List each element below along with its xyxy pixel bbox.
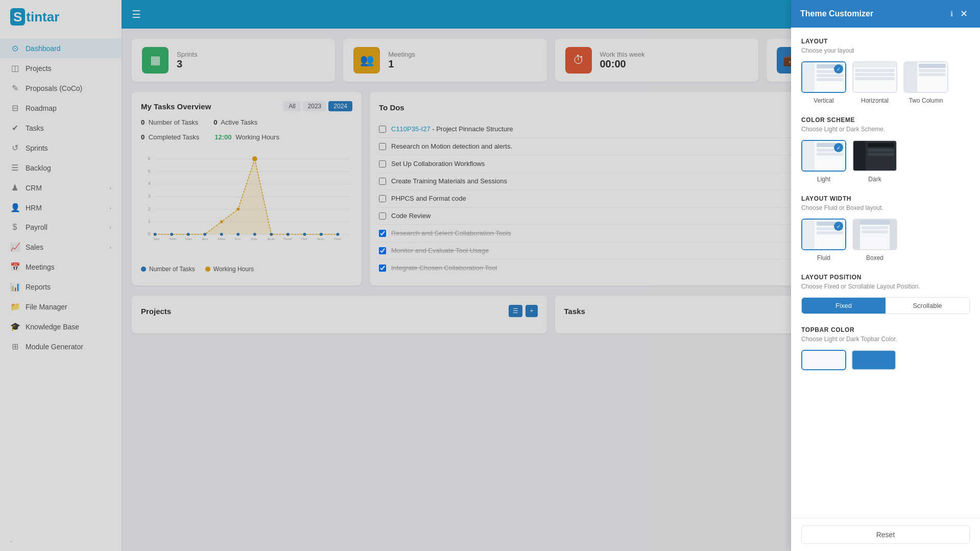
- layout-width-title: LAYOUT WIDTH: [801, 195, 970, 202]
- selected-check-vertical: ✓: [834, 64, 843, 74]
- info-icon[interactable]: ℹ: [950, 10, 953, 18]
- width-label-boxed: Boxed: [866, 254, 883, 261]
- theme-customizer-panel: Theme Customizer ℹ ✕ LAYOUT Choose your …: [791, 0, 980, 551]
- layout-preview-horizontal: [852, 61, 897, 93]
- theme-content: LAYOUT Choose your layout: [791, 28, 980, 518]
- layout-option-vertical[interactable]: ✓ Vertical: [801, 61, 846, 104]
- topbar-color-options: [801, 350, 970, 370]
- layout-section: LAYOUT Choose your layout: [801, 38, 970, 104]
- width-preview-boxed: [852, 219, 897, 250]
- layout-width-subtitle: Choose Fluid or Boxed layout.: [801, 204, 970, 211]
- position-scrollable-btn[interactable]: Scrollable: [886, 298, 969, 314]
- theme-title: Theme Customizer: [800, 9, 946, 18]
- layout-width-section: LAYOUT WIDTH Choose Fluid or Boxed layou…: [801, 195, 970, 261]
- topbar-dark-swatch[interactable]: [851, 350, 896, 370]
- layout-preview-vertical: ✓: [801, 61, 846, 93]
- width-preview-fluid: ✓: [801, 219, 846, 250]
- theme-footer: Reset: [791, 518, 980, 551]
- layout-preview-two-column: [903, 61, 948, 93]
- selected-check-fluid: ✓: [834, 222, 843, 231]
- layout-title: LAYOUT: [801, 38, 970, 45]
- color-scheme-subtitle: Choose Light or Dark Scheme.: [801, 126, 970, 133]
- color-scheme-title: COLOR SCHEME: [801, 116, 970, 124]
- color-label-dark: Dark: [868, 176, 881, 183]
- color-preview-dark: [852, 140, 897, 172]
- theme-header: Theme Customizer ℹ ✕: [791, 0, 980, 28]
- layout-option-horizontal[interactable]: Horizontal: [852, 61, 897, 104]
- layout-position-title: LAYOUT POSITION: [801, 274, 970, 281]
- selected-check-light: ✓: [834, 143, 843, 152]
- color-scheme-dark[interactable]: Dark: [852, 140, 897, 183]
- layout-width-boxed[interactable]: Boxed: [852, 219, 897, 261]
- close-icon[interactable]: ✕: [957, 7, 971, 20]
- color-scheme-light[interactable]: ✓ Light: [801, 140, 846, 183]
- position-fixed-btn[interactable]: Fixed: [802, 298, 886, 314]
- layout-label-two-column: Two Column: [909, 97, 943, 104]
- layout-position-section: LAYOUT POSITION Choose Fixed or Scrollab…: [801, 274, 970, 314]
- topbar-light-swatch[interactable]: [801, 350, 846, 370]
- layout-position-subtitle: Choose Fixed or Scrollable Layout Positi…: [801, 283, 970, 290]
- layout-width-options: ✓ Fluid Boxed: [801, 219, 970, 261]
- layout-option-two-column[interactable]: Two Column: [903, 61, 948, 104]
- layout-label-vertical: Vertical: [814, 97, 833, 104]
- topbar-color-section: TOPBAR COLOR Choose Light or Dark Topbar…: [801, 326, 970, 370]
- color-preview-light: ✓: [801, 140, 846, 172]
- reset-button[interactable]: Reset: [801, 525, 970, 544]
- layout-subtitle: Choose your layout: [801, 47, 970, 54]
- layout-width-fluid[interactable]: ✓ Fluid: [801, 219, 846, 261]
- layout-label-horizontal: Horizontal: [861, 97, 889, 104]
- width-label-fluid: Fluid: [817, 254, 830, 261]
- topbar-color-title: TOPBAR COLOR: [801, 326, 970, 333]
- color-scheme-options: ✓ Light: [801, 140, 970, 183]
- color-scheme-section: COLOR SCHEME Choose Light or Dark Scheme…: [801, 116, 970, 183]
- layout-options: ✓ Vertical: [801, 61, 970, 104]
- topbar-color-subtitle: Choose Light or Dark Topbar Color.: [801, 336, 970, 343]
- position-toggle-group: Fixed Scrollable: [801, 297, 970, 314]
- color-label-light: Light: [817, 176, 830, 183]
